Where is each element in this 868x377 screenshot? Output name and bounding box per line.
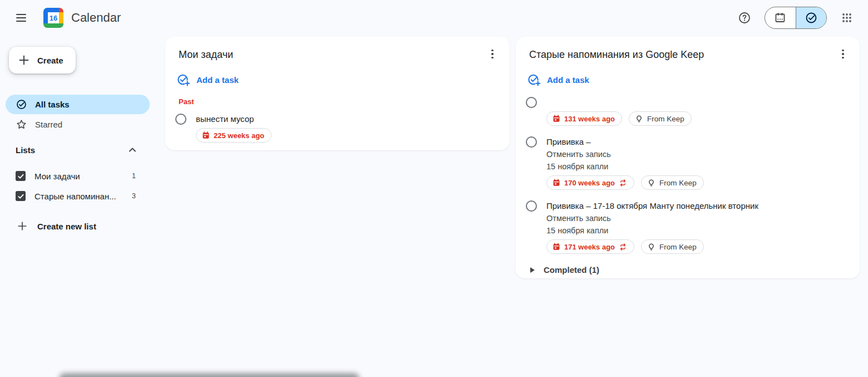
task-title[interactable]: Прививка – 17-18 октября Манту понедельн…: [546, 200, 846, 212]
star-icon: [16, 119, 27, 130]
help-icon: [738, 11, 751, 25]
task-list-card-google-keep: Старые напоминания из Google Keep Add a …: [516, 37, 860, 278]
view-toggle: [765, 7, 827, 29]
list-label: Мои задачи: [34, 172, 132, 181]
add-task-button[interactable]: Add a task: [177, 73, 239, 86]
from-keep-label: From Keep: [647, 115, 684, 123]
due-date-chip[interactable]: 170 weeks ago: [546, 175, 634, 190]
tasks-view-button[interactable]: [796, 7, 827, 28]
lightbulb-icon: [647, 243, 655, 251]
task-list-card-moi-zadachi: Мои задачи Add a task Past вынести мусор: [165, 37, 509, 150]
list-row-moi-zadachi[interactable]: Мои задачи 1: [16, 166, 136, 186]
task-complete-toggle[interactable]: [526, 200, 537, 212]
calendar-event-icon: [553, 179, 560, 187]
completed-section-toggle[interactable]: Completed (1): [530, 265, 599, 275]
from-keep-label: From Keep: [659, 179, 697, 187]
top-app-bar: 16 Calendar: [0, 0, 868, 36]
list-count-badge: 1: [132, 172, 136, 180]
chevron-up-icon: [127, 144, 138, 155]
from-keep-chip[interactable]: From Keep: [641, 239, 704, 254]
due-date-label: 171 weeks ago: [564, 243, 615, 251]
bottom-scrollbar-thumb[interactable]: [59, 373, 359, 377]
list-row-starye-napominaniya[interactable]: Старые напоминан... 3: [16, 186, 136, 206]
list-checkbox-checked[interactable]: [16, 191, 26, 201]
calendar-view-button[interactable]: [765, 7, 796, 28]
list-checkbox-checked[interactable]: [16, 171, 26, 181]
lightbulb-icon: [635, 115, 643, 123]
main-menu-button[interactable]: [8, 4, 34, 31]
sidebar: Create All tasks Starred Lists: [0, 36, 156, 377]
sidebar-item-all-tasks[interactable]: All tasks: [6, 95, 150, 114]
calendar-event-icon: [553, 243, 560, 251]
calendar-logo-icon: 16: [43, 8, 63, 28]
logo-date: 16: [48, 12, 59, 23]
task-row: Прививка – Отменить запись 15 ноября кап…: [526, 136, 846, 190]
from-keep-chip[interactable]: From Keep: [641, 175, 704, 190]
list-options-button[interactable]: [482, 44, 502, 64]
task-detail: Отменить запись: [546, 212, 846, 224]
list-label: Старые напоминан...: [34, 192, 132, 201]
past-section-label: Past: [179, 97, 496, 106]
task-complete-toggle[interactable]: [526, 136, 537, 148]
create-button[interactable]: Create: [9, 47, 76, 74]
add-task-icon: [527, 73, 541, 86]
due-date-chip[interactable]: 225 weeks ago: [196, 128, 272, 143]
card-title: Мои задачи: [179, 48, 233, 61]
due-date-chip[interactable]: 131 weeks ago: [546, 111, 622, 126]
calendar-view-icon: [774, 12, 786, 24]
app-title: Calendar: [71, 11, 121, 25]
task-title[interactable]: Прививка –: [546, 136, 846, 148]
calendar-event-icon: [202, 131, 210, 139]
from-keep-label: From Keep: [659, 243, 697, 251]
expand-arrow-icon: [530, 267, 535, 273]
google-apps-button[interactable]: [836, 7, 858, 29]
sidebar-item-label: Starred: [35, 120, 62, 129]
due-date-label: 225 weeks ago: [214, 131, 264, 140]
plus-icon: [18, 54, 30, 66]
task-row: Прививка – 17-18 октября Манту понедельн…: [526, 200, 846, 254]
lightbulb-icon: [647, 179, 655, 187]
help-button[interactable]: [733, 7, 756, 29]
add-task-label: Add a task: [547, 75, 589, 85]
add-task-icon: [177, 73, 190, 86]
create-new-list-label: Create new list: [37, 222, 96, 231]
from-keep-chip[interactable]: From Keep: [629, 111, 692, 126]
task-row: вынести мусор 225 weeks ago: [175, 113, 496, 143]
sidebar-item-starred[interactable]: Starred: [6, 115, 150, 134]
plus-icon: [17, 221, 28, 232]
apps-grid-icon: [841, 12, 852, 23]
add-task-button[interactable]: Add a task: [527, 73, 589, 86]
tasks-view-icon: [805, 11, 818, 25]
completed-label: Completed (1): [544, 265, 599, 275]
due-date-label: 170 weeks ago: [564, 179, 615, 187]
task-row: 131 weeks ago From Keep: [526, 96, 846, 126]
list-options-button[interactable]: [833, 44, 853, 64]
task-detail: Отменить запись: [546, 148, 846, 160]
task-detail: 15 ноября капли: [546, 224, 846, 237]
add-task-label: Add a task: [196, 75, 239, 85]
due-date-chip[interactable]: 171 weeks ago: [546, 239, 634, 254]
list-count-badge: 3: [132, 192, 136, 200]
task-complete-toggle[interactable]: [175, 114, 186, 125]
collapse-lists-button[interactable]: [127, 144, 138, 155]
repeat-icon: [619, 179, 627, 187]
repeat-icon: [619, 243, 627, 251]
card-title: Старые напоминания из Google Keep: [529, 48, 704, 61]
sidebar-item-label: All tasks: [35, 100, 70, 109]
check-circle-icon: [16, 99, 27, 110]
task-title[interactable]: [546, 96, 846, 109]
calendar-event-icon: [553, 115, 560, 123]
due-date-label: 131 weeks ago: [564, 115, 615, 123]
lists-heading: Lists: [16, 145, 35, 155]
task-detail: 15 ноября капли: [546, 160, 846, 173]
task-complete-toggle[interactable]: [526, 97, 537, 108]
create-new-list-button[interactable]: Create new list: [17, 221, 96, 232]
create-button-label: Create: [37, 56, 63, 65]
task-title[interactable]: вынести мусор: [196, 113, 496, 125]
